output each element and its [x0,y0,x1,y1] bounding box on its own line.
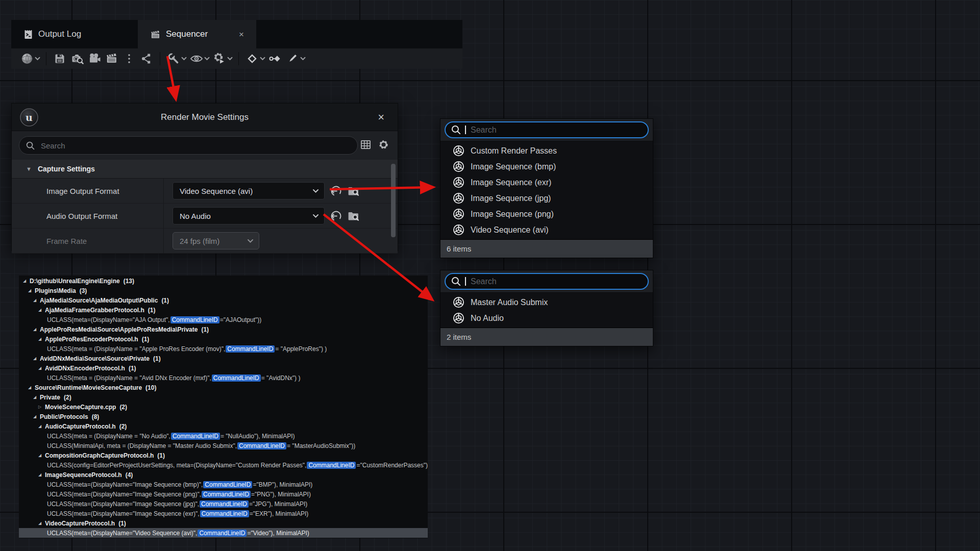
list-item[interactable]: Video Sequence (avi) [440,222,653,238]
curve-pencil-button[interactable] [285,51,300,66]
chevron-down-icon[interactable] [35,57,40,61]
item-count: 6 items [447,244,471,253]
reset-to-default-icon[interactable] [330,210,342,222]
expanded-arrow-icon[interactable]: ◢ [28,385,35,390]
search-result-line[interactable]: UCLASS(meta=(DisplayName="Image Sequence… [19,509,428,518]
expanded-arrow-icon[interactable]: ◢ [38,308,45,312]
capture-settings-section-header[interactable]: ▼ Capture Settings [12,160,398,179]
code-text: UCLASS(meta=(DisplayName="AJA Output", [47,316,170,323]
settings-gear-icon[interactable] [378,139,389,151]
find-camera-button[interactable] [69,51,85,66]
tree-node[interactable]: ◢CompositionGraphCaptureProtocol.h(1) [19,450,428,460]
expanded-arrow-icon[interactable]: ◢ [38,472,45,477]
chevron-down-icon[interactable] [227,57,233,61]
search-result-line[interactable]: UCLASS(meta = (DisplayName = "Avid DNx E… [19,373,428,383]
tree-node[interactable]: ◢Private(2) [19,392,428,402]
expanded-arrow-icon[interactable]: ◢ [23,279,30,283]
tab-sequencer[interactable]: Sequencer × [138,20,256,48]
tab-close-icon[interactable]: × [236,29,247,40]
class-icon [453,145,464,157]
search-result-line[interactable]: UCLASS(meta=(DisplayName="Video Sequence… [19,528,428,538]
hierarchy-button[interactable] [139,51,154,66]
tree-node[interactable]: ◢Public\Protocols(8) [19,412,428,421]
search-result-line[interactable]: UCLASS(MinimalApi, meta = (DisplayName =… [19,441,428,450]
browse-folder-icon[interactable] [347,185,360,197]
tree-node[interactable]: ◢D:\github\UnrealEngine\Engine(13) [19,276,428,286]
display-options-grid-icon[interactable] [360,139,372,151]
section-expand-triangle-icon[interactable]: ▼ [26,166,32,172]
tree-node[interactable]: ◢AjaMedia\Source\AjaMediaOutput\Public(1… [19,295,428,305]
list-item[interactable]: Image Sequence (jpg) [440,190,653,206]
keyframe-button[interactable] [244,51,260,66]
tree-node[interactable]: ◢AudioCaptureProtocol.h(2) [19,421,428,431]
tree-node[interactable]: ◢AppleProResMedia\Source\AppleProResMedi… [19,324,428,334]
search-result-line[interactable]: UCLASS(meta = (DisplayName = "Apple ProR… [19,344,428,354]
chevron-down-icon[interactable] [260,57,265,61]
search-icon [451,276,461,287]
chevron-down-icon[interactable] [181,57,187,61]
list-item[interactable]: Image Sequence (png) [440,206,653,222]
chevron-down-icon[interactable] [300,57,306,61]
unreal-editor-workspace: Output Log Sequencer × [0,0,980,551]
chevron-down-icon[interactable] [204,57,210,61]
list-item[interactable]: Custom Render Passes [440,143,653,159]
search-result-line[interactable]: UCLASS(config=EditorPerProjectUserSettin… [19,460,428,470]
save-button[interactable] [52,51,67,66]
expanded-arrow-icon[interactable]: ◢ [38,521,45,525]
view-options-eye-button[interactable] [189,51,204,66]
tree-node-label: AvidDNxMedia\Source\Source\Private [40,355,150,362]
dialog-scrollbar[interactable] [391,164,396,237]
dialog-titlebar[interactable]: u Render Movie Settings × [12,104,398,131]
reset-to-default-icon[interactable] [330,185,342,197]
tree-node[interactable]: ◢Plugins\Media(3) [19,286,428,295]
popup-search-bar[interactable] [445,121,649,138]
audio-output-format-dropdown[interactable]: No Audio [173,207,325,224]
wrench-button[interactable] [166,51,181,66]
auto-key-button[interactable] [267,51,283,66]
playback-options-button[interactable] [212,51,227,66]
popup-search-bar[interactable] [445,273,649,290]
world-button[interactable] [19,51,35,66]
search-result-line[interactable]: UCLASS(meta = (DisplayName = "No Audio",… [19,431,428,441]
list-item[interactable]: No Audio [440,310,653,326]
expanded-arrow-icon[interactable]: ◢ [38,366,45,370]
popup-search-input[interactable] [470,277,643,287]
expanded-arrow-icon[interactable]: ◢ [33,414,40,419]
list-item[interactable]: Master Audio Submix [440,294,653,310]
tree-node[interactable]: ◢ImageSequenceProtocol.h(4) [19,470,428,480]
expanded-arrow-icon[interactable]: ◢ [33,327,40,332]
search-input[interactable] [40,141,351,151]
tree-node[interactable]: ◢AjaMediaFrameGrabberProtocol.h(1) [19,305,428,315]
expanded-arrow-icon[interactable]: ◢ [28,288,35,293]
expanded-arrow-icon[interactable]: ◢ [33,356,40,361]
tree-node[interactable]: ◢AppleProResEncoderProtocol.h(1) [19,334,428,344]
search-result-line[interactable]: UCLASS(meta=(DisplayName="Image Sequence… [19,489,428,499]
expanded-arrow-icon[interactable]: ◢ [33,395,40,399]
options-ellipsis-button[interactable] [121,51,137,66]
expanded-arrow-icon[interactable]: ◢ [33,298,40,303]
list-item[interactable]: Image Sequence (exr) [440,174,653,190]
collapsed-arrow-icon[interactable]: ▷ [38,405,45,409]
tree-node[interactable]: ◢Source\Runtime\MovieSceneCapture(10) [19,383,428,392]
tab-output-log[interactable]: Output Log [11,20,138,48]
chevron-down-icon [312,214,319,218]
tree-node[interactable]: ▷MovieSceneCapture.cpp(2) [19,402,428,412]
search-result-line[interactable]: UCLASS(meta=(DisplayName="AJA Output", C… [19,315,428,324]
dialog-close-icon[interactable]: × [378,104,384,131]
expanded-arrow-icon[interactable]: ◢ [38,453,45,458]
tree-node[interactable]: ◢VideoCaptureProtocol.h(1) [19,518,428,528]
image-output-format-dropdown[interactable]: Video Sequence (avi) [173,182,325,199]
details-search-bar[interactable] [19,136,358,155]
render-movie-button[interactable] [104,51,119,66]
browse-folder-icon[interactable] [347,210,360,222]
match-highlight: CommandLineID [203,481,252,488]
search-result-line[interactable]: UCLASS(meta=(DisplayName="Image Sequence… [19,480,428,489]
tree-node[interactable]: ◢AvidDNxEncoderProtocol.h(1) [19,363,428,373]
search-result-line[interactable]: UCLASS(meta=(DisplayName="Image Sequence… [19,499,428,509]
expanded-arrow-icon[interactable]: ◢ [38,424,45,429]
tree-node[interactable]: ◢AvidDNxMedia\Source\Source\Private(1) [19,354,428,363]
cine-camera-button[interactable] [87,51,102,66]
popup-search-input[interactable] [470,125,643,135]
list-item[interactable]: Image Sequence (bmp) [440,159,653,174]
expanded-arrow-icon[interactable]: ◢ [38,337,45,341]
